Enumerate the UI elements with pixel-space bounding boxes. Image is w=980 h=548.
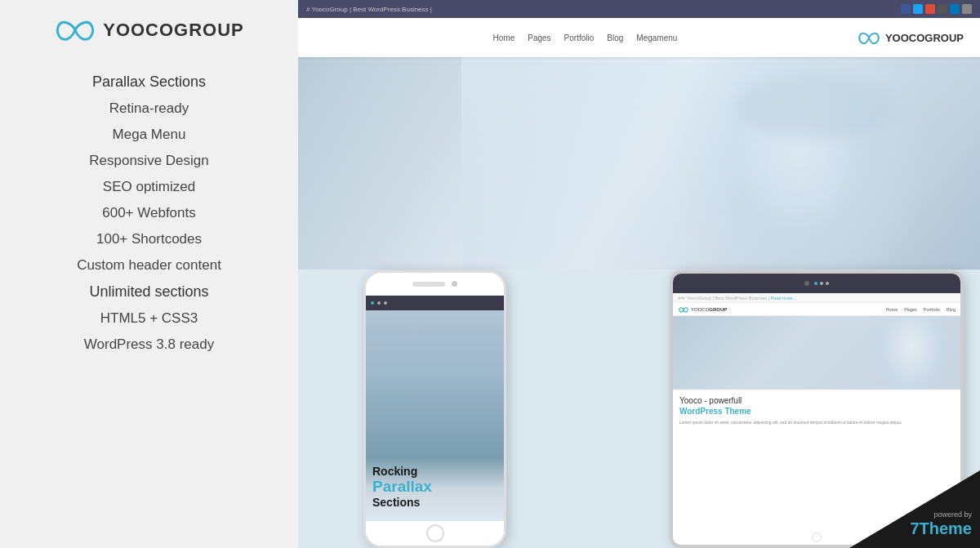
theme-name: 7Theme (910, 520, 972, 537)
nav-link-megamenu[interactable]: Megamenu (636, 33, 677, 42)
tablet-title: Yooco - powerfull (679, 396, 954, 405)
top-bar: # YoocoGroup | Best WordPress Business | (298, 0, 980, 18)
phone-parallax: Parallax (372, 479, 501, 496)
nav-link-blog[interactable]: Blog (607, 33, 623, 42)
logo-icon (54, 15, 96, 46)
nav-link-home[interactable]: Home (493, 33, 515, 42)
tablet-camera (804, 281, 809, 286)
tablet-nav-link-portfolio[interactable]: Portfolio (924, 307, 940, 312)
feature-item-2: Mega Menu (0, 122, 298, 148)
nav-logo-icon (856, 29, 882, 47)
tablet-nav-link-home[interactable]: Home (886, 307, 898, 312)
phone-speaker (412, 282, 445, 287)
feature-item-6: 100+ Shortcodes (0, 226, 298, 252)
logo-text: YOOCOGROUP (103, 20, 244, 41)
left-panel: YOOCOGROUP Parallax Sections Retina-read… (0, 0, 298, 548)
feature-item-1: Retina-ready (0, 96, 298, 122)
tablet-screen: ### YoocoGroup | Best WordPress Business… (673, 293, 960, 530)
social-icon-extra[interactable] (962, 4, 972, 14)
phone-camera (452, 281, 457, 287)
linkedin-icon[interactable] (950, 4, 960, 14)
phone-home-button[interactable] (426, 524, 444, 542)
corner-badge-content: powered by 7Theme (910, 510, 972, 537)
tablet-nav-bar: YOOCOGROUP Home Pages Portfolio Blog (673, 303, 960, 316)
feature-item-10: WordPress 3.8 ready (0, 332, 298, 358)
powered-by-text: powered by (910, 510, 972, 519)
devices-area: Rocking Parallax Sections (298, 229, 980, 548)
nav-logo-text: YOOCOGROUP (885, 32, 964, 44)
phone-device: Rocking Parallax Sections (363, 270, 506, 548)
rss-icon[interactable] (938, 4, 947, 14)
feature-item-5: 600+ Webfonts (0, 200, 298, 226)
tablet-nav-logo-text: YOOCOGROUP (691, 307, 727, 312)
facebook-icon[interactable] (901, 4, 911, 14)
feature-item-7: Custom header content (0, 252, 298, 278)
hero-area (298, 57, 980, 270)
corner-badge: powered by 7Theme (849, 470, 980, 548)
tablet-nav-link-pages[interactable]: Pages (904, 307, 917, 312)
phone-screen: Rocking Parallax Sections (366, 296, 504, 521)
feature-item-3: Responsive Design (0, 148, 298, 174)
tablet-title-blue: WordPress Theme (679, 407, 954, 416)
right-nav-logo: YOOCOGROUP (856, 29, 964, 47)
phone-bottom (366, 521, 504, 546)
twitter-icon[interactable] (913, 4, 923, 14)
tablet-desc: Lorem ipsum dolor sit amet, consectetur … (679, 420, 954, 426)
nav-links: Home Pages Portfolio Blog Megamenu (493, 33, 678, 42)
feature-item-0: Parallax Sections (0, 69, 298, 96)
tablet-nav-link-blog[interactable]: Blog (947, 307, 956, 312)
right-panel: # YoocoGroup | Best WordPress Business |… (298, 0, 980, 548)
tablet-home-button[interactable] (812, 532, 822, 542)
feature-item-9: HTML5 + CSS3 (0, 305, 298, 332)
tablet-content: Yooco - powerfull WordPress Theme Lorem … (673, 390, 960, 433)
feature-list: Parallax Sections Retina-ready Mega Menu… (0, 69, 298, 358)
phone-rocking: Rocking (372, 465, 501, 479)
tablet-logo-icon (678, 305, 689, 314)
nav-link-portfolio[interactable]: Portfolio (564, 33, 595, 42)
logo-area: YOOCOGROUP (54, 15, 244, 46)
tablet-top-bar (673, 274, 960, 293)
nav-link-pages[interactable]: Pages (528, 33, 550, 42)
feature-item-4: SEO optimized (0, 174, 298, 200)
phone-top-bar (366, 273, 504, 296)
phone-sections: Sections (372, 496, 501, 509)
top-bar-icons (901, 4, 972, 14)
googleplus-icon[interactable] (925, 4, 935, 14)
feature-item-8: Unlimited sections (0, 278, 298, 305)
tablet-hero-image (673, 316, 960, 390)
desktop-nav: Home Pages Portfolio Blog Megamenu YOOCO… (298, 18, 980, 57)
top-bar-text: # YoocoGroup | Best WordPress Business | (306, 6, 432, 13)
